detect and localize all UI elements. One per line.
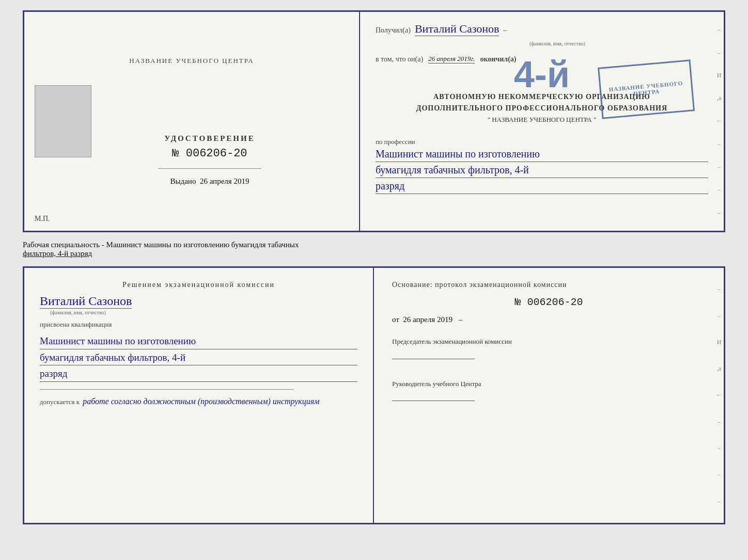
bottom-number: № 006206-20 [392, 296, 706, 308]
bottom-person-name: Виталий Сазонов [40, 294, 132, 309]
bottom-qual3: разряд [40, 366, 357, 382]
recipient-subtitle: (фамилия, имя, отчество) [529, 41, 585, 46]
chairman-signature-line [392, 359, 475, 359]
completed-label: окончил(а) [480, 55, 516, 63]
cert-left-panel: НАЗВАНИЕ УЧЕБНОГО ЦЕНТРА УДОСТОВЕРЕНИЕ №… [24, 12, 360, 231]
date-from-label: от [392, 315, 399, 324]
middle-text1: Рабочая специальность - Машинист машины … [23, 241, 299, 249]
cert-bottom-right: Основание: протокол экзаменационной коми… [374, 268, 724, 523]
date-from-value: 26 апреля 2019 [403, 315, 453, 324]
received-label: Получил(а) [376, 26, 411, 35]
date-from: от 26 апреля 2019 – [392, 315, 706, 324]
certificate-top: НАЗВАНИЕ УЧЕБНОГО ЦЕНТРА УДОСТОВЕРЕНИЕ №… [23, 10, 725, 232]
allowed-text: работе согласно должностным (производств… [83, 397, 319, 406]
head-block: Руководитель учебного Центра [392, 379, 706, 404]
cert-number: № 006206-20 [172, 147, 247, 160]
profession-text1: Машинист машины по изготовлению [376, 146, 708, 162]
center-title-top: НАЗВАНИЕ УЧЕБНОГО ЦЕНТРА [129, 57, 254, 65]
bottom-qual2: бумагидля табачных фильтров, 4-й [40, 350, 357, 366]
allowed-label: допускается к [40, 398, 80, 406]
stamp-text: НАЗВАНИЕ УЧЕБНОГО ЦЕНТРА [604, 79, 688, 99]
date-dash: – [458, 315, 462, 324]
org-line3: " НАЗВАНИЕ УЧЕБНОГО ЦЕНТРА " [376, 115, 708, 125]
issued-label: Выдано [170, 177, 196, 185]
bottom-person-subtitle: (фамилия, имя, отчество) [50, 310, 106, 315]
certificate-bottom: Решением экзаменационной комиссии Витали… [23, 266, 725, 524]
cert-bottom-left: Решением экзаменационной комиссии Витали… [24, 268, 374, 523]
issued-date: 26 апреля 2019 [200, 177, 250, 185]
dash1: – [503, 26, 507, 35]
stamp-overlay: НАЗВАНИЕ УЧЕБНОГО ЦЕНТРА [598, 59, 695, 119]
cert-issued: Выдано 26 апреля 2019 [170, 177, 249, 186]
chairman-block: Председатель экзаменационной комиссии [392, 337, 706, 361]
decision-title: Решением экзаменационной комиссии [40, 281, 357, 289]
chairman-title: Председатель экзаменационной комиссии [392, 337, 706, 347]
mp-label: М.П. [35, 215, 50, 223]
head-signature-line [392, 401, 475, 401]
head-title: Руководитель учебного Центра [392, 379, 706, 390]
big-number-overlay: 4-й [514, 53, 570, 95]
middle-text2: фильтров, 4-й разряд [23, 249, 92, 258]
profession-label: по профессии [376, 138, 708, 146]
profession-text3: разряд [376, 178, 708, 194]
recipient-name: Виталий Сазонов [415, 22, 499, 36]
profession-text2: бумагидля табачных фильтров, 4-й [376, 162, 708, 178]
side-dashes-bottom: – – И ,а ← – – – – [714, 268, 724, 523]
cert-right-panel: Получил(а) Виталий Сазонов – (фамилия, и… [360, 12, 724, 231]
in-that-label: в том, что он(а) [376, 55, 423, 63]
side-dashes-top: – – И ,а ← – – – – [714, 12, 724, 231]
date-value: 26 апреля 2019г. [428, 55, 475, 63]
qualification-label: присвоена квалификация [40, 321, 357, 329]
photo-placeholder [35, 85, 91, 157]
bottom-qual1: Машинист машины по изготовлению [40, 334, 357, 349]
cert-main-title: УДОСТОВЕРЕНИЕ [164, 134, 255, 143]
basis-title: Основание: протокол экзаменационной коми… [392, 281, 706, 289]
middle-label: Рабочая специальность - Машинист машины … [23, 238, 725, 260]
